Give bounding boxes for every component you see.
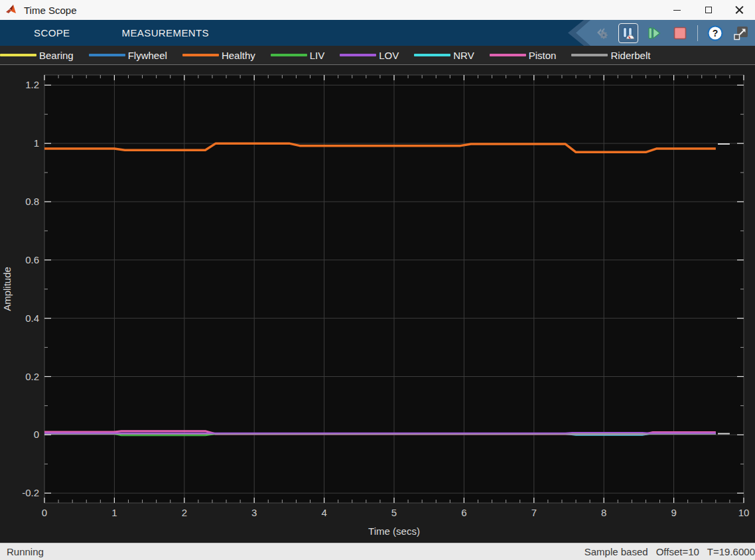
tab-measurements[interactable]: MEASUREMENTS [119,27,212,38]
piston-swatch [490,54,526,56]
legend-label: Piston [529,50,557,61]
y-tick-label: 0 [34,429,39,440]
legend-item-riderbelt[interactable]: Riderbelt [571,50,650,61]
step-forward-button[interactable] [644,23,664,43]
pop-out-icon [732,25,750,42]
y-tick-label: 1.2 [25,79,39,90]
pause-button[interactable] [618,23,638,43]
legend-item-lov[interactable]: LOV [340,50,399,61]
y-axis-label: Amplitude [1,267,13,311]
status-bar: Running Sample based Offset=10 T=19.6000 [0,543,755,560]
healthy-swatch [182,54,219,56]
riderbelt-swatch [571,54,608,56]
time-text: T=19.6000 [707,546,755,557]
help-button[interactable]: ? [705,23,725,43]
x-tick-label: 8 [601,507,606,518]
sample-mode-text: Sample based [584,546,648,557]
svg-text:?: ? [713,28,719,38]
matlab-logo-icon [5,4,19,16]
stop-button[interactable] [670,23,690,43]
y-tick-label: 1 [34,137,39,149]
ribbon: SCOPE MEASUREMENTS [0,20,755,46]
plot-canvas[interactable]: 012345678910-0.200.20.40.60.811.2Time (s… [0,65,755,543]
legend-item-liv[interactable]: LIV [271,50,325,61]
legend-label: Healthy [222,50,255,61]
x-tick-label: 0 [42,507,47,518]
legend-item-bearing[interactable]: Bearing [0,50,74,61]
step-back-icon [594,25,610,41]
maximize-button[interactable] [693,0,724,20]
toolbar-separator [697,25,698,41]
x-tick-label: 3 [251,507,257,518]
window-title: Time Scope [24,5,76,16]
legend-label: LIV [310,50,325,61]
help-icon: ? [707,25,724,42]
time-scope-window: Time Scope SCOPE MEASUREMENTS [0,0,755,560]
legend-label: Riderbelt [610,50,650,61]
x-tick-label: 2 [182,507,187,518]
minimize-icon [673,10,681,11]
y-tick-label: -0.2 [22,487,39,498]
y-tick-label: 0.4 [25,313,39,324]
legend-label: NRV [453,50,474,61]
y-tick-label: 0.6 [25,254,39,265]
minimize-button[interactable] [661,0,693,20]
nrv-swatch [414,54,450,56]
x-tick-label: 7 [531,507,537,518]
y-tick-label: 0.2 [25,371,39,382]
series-line-lov [44,433,716,433]
step-forward-icon [646,25,662,41]
pause-icon [620,25,636,41]
legend-item-flywheel[interactable]: Flywheel [89,50,167,61]
close-button[interactable] [724,0,755,20]
simulation-status: Running [0,546,44,557]
legend-item-nrv[interactable]: NRV [414,50,474,61]
x-axis-label: Time (secs) [368,525,420,537]
lov-swatch [340,54,376,56]
pop-out-button[interactable] [731,23,751,43]
legend-label: Flywheel [128,50,167,61]
plot-region: 012345678910-0.200.20.40.60.811.2Time (s… [0,65,755,543]
stop-icon [672,25,688,41]
tab-scope[interactable]: SCOPE [31,27,73,38]
offset-text: Offset=10 [656,546,699,557]
close-icon [735,6,744,15]
bearing-swatch [0,54,36,56]
toolbar-banner: ? [568,20,755,46]
x-tick-label: 9 [671,507,676,518]
legend-item-piston[interactable]: Piston [490,50,557,61]
legend-label: Bearing [39,50,74,61]
flywheel-swatch [89,54,125,56]
maximize-icon [705,7,712,13]
legend-item-healthy[interactable]: Healthy [182,50,255,61]
legend-bar: Bearing Flywheel Healthy LIV LOV NRV Pis… [0,46,755,65]
y-tick-label: 0.8 [25,196,39,207]
x-tick-label: 4 [321,507,326,518]
liv-swatch [271,54,307,56]
x-tick-label: 1 [111,507,117,518]
title-bar[interactable]: Time Scope [0,0,755,20]
x-tick-label: 6 [461,507,466,518]
step-back-button[interactable] [592,23,612,43]
x-tick-label: 5 [391,507,397,518]
x-tick-label: 10 [738,507,750,518]
legend-label: LOV [379,50,399,61]
